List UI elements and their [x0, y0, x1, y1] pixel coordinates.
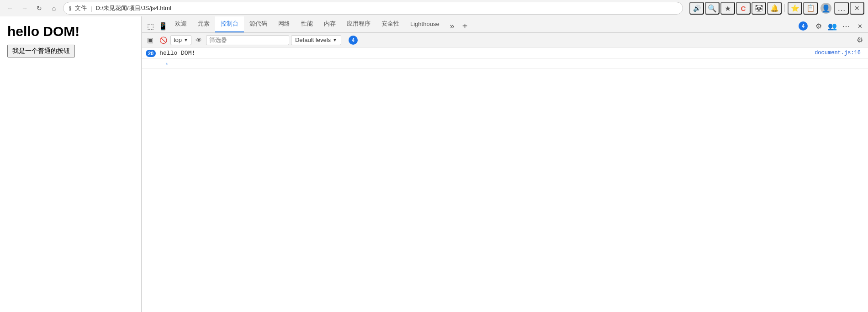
log-count-badge: 20	[146, 50, 156, 57]
console-toolbar: ▣ 🚫 top ▼ 👁 Default levels ▼ 4 ⚙	[142, 33, 868, 47]
top-frame-selector[interactable]: top ▼	[170, 35, 191, 45]
tab-welcome[interactable]: 欢迎	[169, 16, 192, 32]
more-tabs-button[interactable]: »	[446, 20, 459, 32]
panda-extension-button[interactable]: 🐼	[752, 2, 766, 15]
more-button[interactable]: …	[834, 2, 849, 15]
log-source-link[interactable]: document.js:16	[815, 49, 864, 56]
console-badge: 4	[349, 36, 358, 45]
console-output: 20 hello DOM! document.js:16 ›	[142, 47, 868, 312]
back-button[interactable]: ←	[4, 2, 16, 15]
read-aloud-button[interactable]: 🔊	[689, 2, 704, 15]
clear-console-button[interactable]: 🚫	[158, 35, 169, 46]
favorites-bar-button[interactable]: ⭐	[788, 2, 802, 15]
bell-extension-button[interactable]: 🔔	[767, 2, 782, 15]
issues-badge-button[interactable]: 4	[795, 21, 811, 31]
tab-lighthouse[interactable]: Lighthouse	[405, 16, 445, 32]
favorites-star-button[interactable]: ★	[720, 2, 735, 15]
console-sidebar-button[interactable]: ▣	[145, 35, 156, 46]
page-content: hello DOM! 我是一个普通的按钮	[0, 16, 142, 312]
devtools-more-button[interactable]: ⋯	[840, 20, 852, 32]
device-emulation-button[interactable]: 📱	[157, 20, 169, 32]
brand-c-button[interactable]: C	[736, 2, 751, 15]
default-levels-button[interactable]: Default levels ▼	[291, 35, 341, 45]
inspect-button[interactable]: ⬚	[144, 20, 157, 32]
tab-sources[interactable]: 源代码	[244, 16, 273, 32]
devtools-close-button[interactable]: ✕	[853, 20, 866, 32]
issues-badge: 4	[799, 21, 808, 31]
devtools-panel: ⬚ 📱 欢迎 元素 控制台 源代码 网络 性能	[142, 16, 868, 312]
tab-application[interactable]: 应用程序	[341, 16, 376, 32]
avatar: 👤	[820, 3, 831, 14]
close-button[interactable]: ✕	[850, 2, 864, 15]
tab-security[interactable]: 安全性	[376, 16, 405, 32]
devtools-people-button[interactable]: 👥	[826, 20, 839, 32]
devtools-tabs: ⬚ 📱 欢迎 元素 控制台 源代码 网络 性能	[142, 16, 868, 33]
tab-network[interactable]: 网络	[273, 16, 296, 32]
top-frame-arrow: ▼	[184, 37, 188, 42]
title-bar-actions: 🔊 🔍 ★ C 🐼 🔔 ⭐ 📋 👤 … ✕	[689, 2, 864, 15]
reload-button[interactable]: ↻	[33, 2, 46, 15]
tab-elements[interactable]: 元素	[192, 16, 215, 32]
page-button[interactable]: 我是一个普通的按钮	[7, 45, 75, 57]
title-bar: ← → ↻ ⌂ ℹ 文件 | D:/未见花闻/项目/JS/js4.html 🔊 …	[0, 0, 868, 16]
console-eye-button[interactable]: 👁	[193, 35, 204, 46]
page-heading: hello DOM!	[7, 24, 134, 39]
default-levels-arrow: ▼	[333, 37, 337, 42]
divider	[784, 4, 785, 12]
file-label: 文件	[75, 4, 87, 12]
top-frame-label: top	[174, 36, 182, 43]
console-issues-button[interactable]: 4	[345, 35, 361, 46]
console-filter-input[interactable]	[206, 35, 289, 45]
info-icon: ℹ	[69, 5, 71, 12]
nav-buttons: ← → ↻ ⌂	[4, 2, 60, 15]
tab-performance[interactable]: 性能	[296, 16, 318, 32]
devtools-tab-right-actions: 4 ⚙ 👥 ⋯ ✕	[795, 20, 866, 32]
address-url: D:/未见花闻/项目/JS/js4.html	[95, 4, 677, 12]
default-levels-label: Default levels	[295, 36, 331, 43]
tab-memory[interactable]: 内存	[318, 16, 341, 32]
log-chevron-row: ›	[142, 59, 868, 69]
console-settings-button[interactable]: ⚙	[854, 35, 865, 46]
forward-button[interactable]: →	[18, 2, 31, 15]
add-tab-button[interactable]: +	[459, 20, 471, 32]
tab-console[interactable]: 控制台	[215, 16, 244, 32]
main-layout: hello DOM! 我是一个普通的按钮 ⬚ 📱 欢迎 元素 控制台	[0, 16, 868, 312]
log-entry: 20 hello DOM! document.js:16	[142, 47, 868, 59]
address-bar[interactable]: ℹ 文件 | D:/未见花闻/项目/JS/js4.html	[63, 2, 683, 15]
log-text: hello DOM!	[159, 49, 815, 57]
search-button[interactable]: 🔍	[705, 2, 720, 15]
home-button[interactable]: ⌂	[48, 2, 60, 15]
address-separator: |	[90, 5, 92, 12]
devtools-settings-button[interactable]: ⚙	[812, 20, 825, 32]
collections-button[interactable]: 📋	[803, 2, 818, 15]
profile-avatar[interactable]: 👤	[819, 2, 833, 15]
expand-chevron[interactable]: ›	[166, 60, 168, 67]
